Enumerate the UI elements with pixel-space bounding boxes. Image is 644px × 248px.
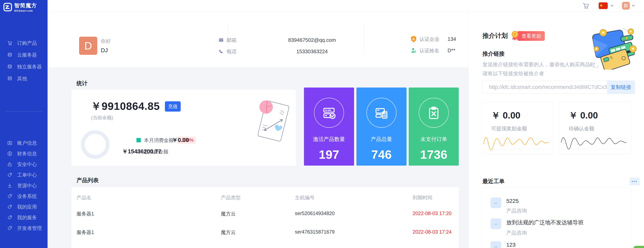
ticket-badge: -- [490, 198, 501, 208]
copy-link-button[interactable]: 复制链接 [607, 81, 635, 94]
sidebar-item-label: 财务信息 [17, 150, 37, 157]
sidebar-item-label: 我的应用 [17, 204, 37, 210]
referral-description-line1: 发送推介链接给有需要的人，邀请他人购买商品时， [482, 61, 600, 67]
sidebar-item-label: 资源中心 [17, 182, 37, 189]
sidebar-item-business-system[interactable]: 业务系统 [0, 191, 48, 202]
chevron-down-icon[interactable] [610, 3, 614, 8]
referral-title: 推介计划 [482, 31, 508, 40]
sidebar-item-account-info[interactable]: 账户信息 [0, 138, 48, 148]
ticket-title: 123 [506, 242, 527, 248]
metric-card-total-products[interactable]: 产品总量 746 [356, 87, 406, 166]
topbar: ★ D [48, 0, 644, 11]
phone-label: 电话 [227, 48, 236, 55]
metric-card-unpaid-orders[interactable]: 未支付订单 1736 [409, 87, 459, 166]
tag-icon [7, 226, 12, 231]
sidebar-item-label: 云服务器 [17, 52, 37, 58]
email-value: 839467502@qq.com [264, 37, 360, 43]
cell-product-name: 服务器1 [76, 211, 94, 217]
greeting-block: 你好 DJ [101, 38, 111, 54]
metric-icon-circle [366, 98, 396, 128]
ticket-badge: -- [490, 219, 501, 229]
brand-name: 智简魔方 [14, 2, 37, 9]
brand-domain: IDCSmart.com [14, 9, 37, 12]
product-list-icon [374, 105, 389, 120]
product-table: 产品名 产品类型 主机编号 到期时间 服务器1 魔方云 ser520614934… [72, 187, 458, 248]
legend-value: ￥0.00 [172, 136, 189, 144]
ticket-category: 产品咨询 [506, 230, 584, 236]
enterprise-cert-label: 认证企业 [420, 36, 439, 42]
cell-host-id: ser476315871679 [295, 229, 335, 235]
reward-sparkline-chart [483, 133, 549, 152]
table-header-name: 产品名 [76, 194, 91, 201]
stats-card: ￥9910864.85 充值 (当前余额) 本月消费金额 ↓100% ￥0.00… [72, 90, 296, 166]
recharge-button[interactable]: 充值 [165, 101, 181, 112]
recent-tickets-title: 最近工单 [482, 178, 504, 185]
referral-description: 发送推介链接给有需要的人，邀请他人购买商品时， 请将以下链接发给被推介者 [482, 60, 600, 78]
pending-amount: ￥ 0.00 [569, 109, 598, 122]
sidebar-item-resource-center[interactable]: 资源中心 [0, 180, 48, 191]
ticket-list-item[interactable]: -- 5225 产品咨询 [490, 198, 625, 214]
sidebar-item-other[interactable]: 其他 [0, 72, 48, 84]
sidebar-item-order-product[interactable]: 订购产品 [0, 37, 48, 49]
realname-cert-label: 认证姓名 [420, 47, 439, 54]
cell-host-id: ser520614934820 [295, 211, 335, 216]
ticket-badge: -- [490, 241, 501, 248]
metric-value: 197 [319, 147, 339, 161]
server-stack-icon [7, 76, 12, 81]
sidebar-item-security-center[interactable]: 安全中心 [0, 159, 48, 170]
sidebar-item-finance-info[interactable]: 财务信息 [0, 148, 48, 159]
sidebar-group-account: 账户信息 财务信息 安全中心 工单中心 资源中心 业务系统 我的应用 我的服务 … [0, 138, 48, 234]
ticket-list-item[interactable]: -- 放到法规的广泛地不发达辅导班 产品咨询 [490, 219, 625, 236]
yen-circle-icon [7, 151, 12, 156]
metric-label: 激活产品数量 [313, 136, 345, 143]
metric-value: 1736 [420, 147, 447, 161]
phone-icon [218, 49, 224, 54]
sidebar-item-my-services[interactable]: 我的服务 [0, 212, 48, 223]
referral-link-subtitle: 推介链接 [482, 50, 504, 57]
cell-product-type: 魔方云 [221, 229, 236, 236]
referral-link-input[interactable] [482, 81, 607, 94]
avatar[interactable]: D [622, 2, 630, 10]
sidebar-item-my-apps[interactable]: 我的应用 [0, 202, 48, 212]
product-list-title: 产品列表 [76, 177, 98, 184]
sidebar-item-developer-admin[interactable]: 开发者管理 [0, 223, 48, 234]
view-rewards-badge[interactable]: 查看奖励 [517, 31, 545, 41]
consumption-donut-chart [81, 130, 110, 159]
ticket-category: 产品咨询 [506, 207, 527, 214]
brand-logo[interactable]: 智简魔方 IDCSmart.com [0, 0, 48, 12]
server-check-icon [321, 105, 337, 120]
ticket-list-item[interactable]: -- 123 产品咨询 [490, 241, 625, 248]
avatar: D [79, 37, 97, 55]
cell-product-name: 服务器1 [76, 229, 94, 236]
tag-icon [7, 172, 12, 178]
more-options-button[interactable]: ••• [630, 177, 640, 185]
sidebar-item-cloud-server[interactable]: 云服务器 [0, 49, 48, 61]
user-info-card: D 你好 DJ 邮箱 839467502@qq.com 电话 153303632… [48, 11, 468, 67]
pending-amount-card: ￥ 0.00 待确认金额 [559, 102, 632, 154]
balance-note: (当前余额) [91, 115, 113, 121]
sidebar-item-label: 订购产品 [17, 40, 37, 46]
referral-description-line2: 请将以下链接发给被推介者 [482, 71, 544, 76]
floating-chat-button[interactable] [634, 246, 644, 248]
id-card-icon [7, 140, 12, 146]
main-content: D 你好 DJ 邮箱 839467502@qq.com 电话 153303632… [48, 11, 468, 248]
metric-label: 未支付订单 [420, 136, 447, 143]
table-header-host-id: 主机编号 [295, 194, 314, 201]
ticket-title: 放到法规的广泛地不发达辅导班 [506, 219, 584, 226]
stats-section-title: 统计 [76, 80, 88, 87]
sidebar-item-label: 开发者管理 [17, 225, 42, 232]
report-illustration [253, 96, 292, 145]
reward-amount-label: 可提现奖励金额 [491, 125, 527, 132]
metric-card-activated-products[interactable]: 激活产品数量 197 [304, 87, 354, 166]
legend-value: ￥15436200.77 [122, 148, 161, 156]
chevron-down-icon[interactable] [631, 3, 636, 8]
lock-icon [7, 162, 12, 167]
sidebar-item-ticket-center[interactable]: 工单中心 [0, 170, 48, 180]
cart-icon[interactable] [582, 2, 589, 9]
pending-sparkline-chart [561, 133, 626, 152]
metric-value: 746 [371, 147, 392, 161]
language-selector[interactable]: ★ [599, 2, 608, 9]
medal-icon [510, 30, 520, 41]
ticket-title: 5225 [506, 198, 527, 204]
sidebar-item-dedicated-server[interactable]: 独立服务器 [0, 61, 48, 72]
